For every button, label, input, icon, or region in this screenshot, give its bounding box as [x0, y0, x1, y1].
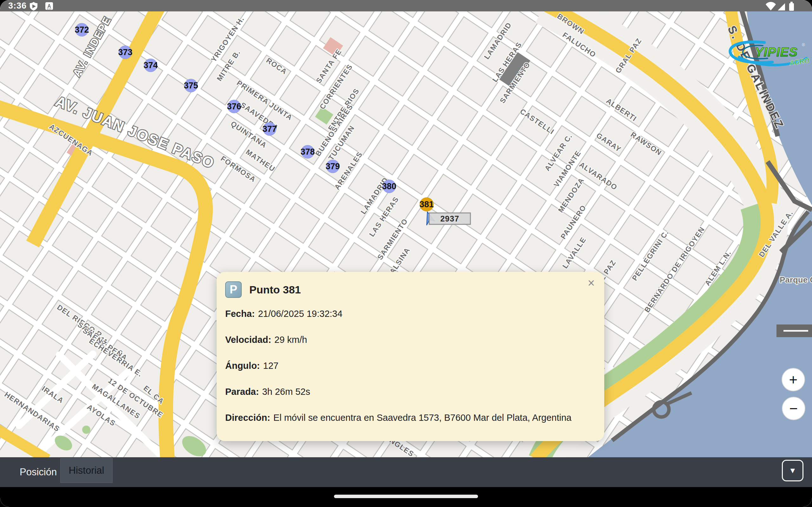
logo-registered-mark: ®	[802, 43, 805, 47]
wifi-icon	[766, 2, 776, 10]
close-icon[interactable]: ×	[588, 277, 595, 289]
app-notification-icon: A	[45, 2, 53, 10]
field-label: Parada:	[225, 387, 259, 397]
point-number: 379	[325, 162, 340, 171]
popup-title: Punto 381	[249, 284, 301, 296]
point-number: 373	[118, 48, 132, 57]
tab-historial[interactable]: Historial	[60, 458, 113, 483]
clock: 3:36	[8, 0, 27, 11]
field-label: Dirección:	[225, 412, 270, 423]
field-label: Fecha:	[225, 308, 255, 319]
field-fecha: Fecha:21/06/2025 19:32:34	[225, 308, 594, 319]
point-number: 381	[419, 200, 434, 209]
tab-posicion[interactable]: Posición	[20, 457, 57, 487]
history-point-marker[interactable]: 380	[382, 180, 396, 193]
history-point-marker[interactable]: 377	[262, 122, 276, 135]
status-bar: 3:36 A	[0, 0, 812, 11]
point-number: 375	[184, 81, 198, 90]
system-nav-bar	[0, 487, 812, 507]
battery-icon	[789, 2, 794, 11]
history-point-marker[interactable]: 381	[419, 198, 434, 211]
history-point-marker[interactable]: 375	[184, 79, 198, 92]
field-angulo: Ángulo:127	[225, 360, 594, 371]
point-number: 378	[300, 147, 315, 157]
history-point-marker[interactable]: 378	[300, 145, 315, 158]
chevron-down-icon: ▼	[789, 466, 797, 475]
park-label: Parque Ge	[780, 275, 812, 285]
play-protect-icon	[30, 2, 38, 11]
point-info-popup: × P Punto 381 Fecha:21/06/2025 19:32:34 …	[217, 272, 604, 441]
field-parada: Parada:3h 26m 52s	[225, 387, 594, 397]
field-value: 29 km/h	[274, 335, 307, 345]
field-velocidad: Velocidad:29 km/h	[225, 335, 594, 345]
status-bar-icons: A	[0, 0, 812, 11]
field-value: El móvil se encuentra en Saavedra 1573, …	[273, 412, 571, 423]
history-point-marker[interactable]: 379	[325, 160, 340, 173]
zoom-out-button[interactable]: −	[782, 397, 805, 420]
history-point-marker[interactable]: 376	[227, 100, 241, 113]
dropdown-button[interactable]: ▼	[782, 460, 803, 481]
field-value: 127	[263, 360, 278, 371]
history-point-marker[interactable]: 373	[118, 46, 132, 59]
point-number: 377	[262, 124, 276, 134]
cellular-signal-icon	[778, 3, 785, 10]
svg-text:A: A	[47, 3, 51, 9]
history-point-marker[interactable]: 374	[143, 59, 158, 72]
field-value: 21/06/2025 19:32:34	[258, 308, 342, 319]
bottom-bar: Posición Historial ▼	[0, 457, 812, 487]
field-value: 3h 26m 52s	[262, 387, 310, 397]
parking-icon: P	[225, 281, 242, 298]
field-label: Ángulo:	[225, 360, 260, 371]
device-screen: YRIGOYEN H.MITRE B.ROCASANTA FECORRIENTE…	[0, 0, 812, 507]
zoom-in-button[interactable]: +	[781, 368, 805, 391]
logo-brand-text: YIPIES	[755, 45, 798, 59]
point-number: 372	[74, 25, 89, 35]
vehicle-id-label: 2937	[440, 214, 459, 223]
field-label: Velocidad:	[225, 335, 271, 345]
point-number: 376	[227, 102, 241, 111]
history-point-marker[interactable]: 372	[74, 23, 89, 37]
point-number: 380	[382, 181, 396, 191]
field-direccion: Dirección:El móvil se encuentra en Saave…	[225, 412, 594, 423]
vehicle-marker[interactable]: 2937	[423, 211, 470, 225]
point-number: 374	[143, 60, 158, 70]
home-indicator[interactable]	[334, 495, 478, 498]
